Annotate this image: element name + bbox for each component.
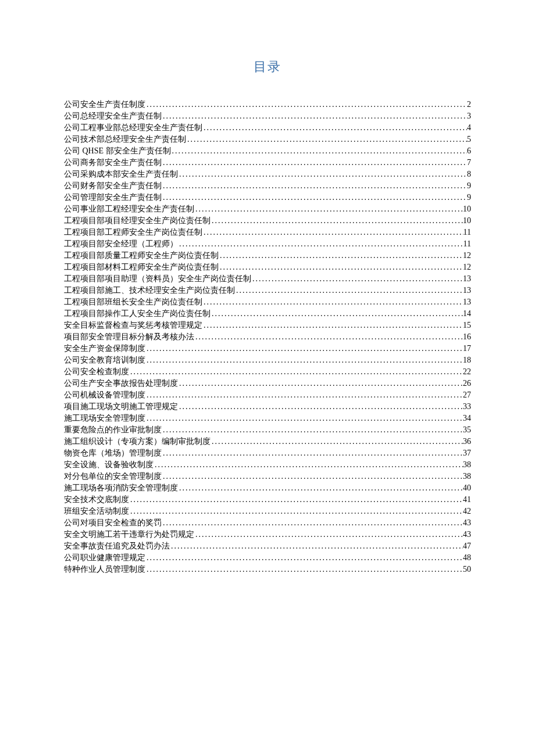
toc-entry-leader <box>202 320 463 331</box>
toc-entry-label: 重要危险点的作业审批制度 <box>64 424 162 436</box>
toc-entry-label: 安全目标监督检查与奖惩考核管理规定 <box>64 320 202 331</box>
toc-entry-page: 36 <box>463 436 471 447</box>
toc-entry-leader <box>162 180 467 192</box>
toc-entry: 安全设施、设备验收制度38 <box>64 459 471 471</box>
toc-entry-leader <box>251 273 463 285</box>
toc-entry-page: 13 <box>463 296 471 308</box>
toc-entry-label: 安全技术交底制度 <box>64 494 129 506</box>
toc-list: 公司安全生产责任制度2公司总经理安全生产责任制3公司工程事业部总经理安全生产责任… <box>64 99 471 575</box>
toc-entry-page: 43 <box>463 517 471 529</box>
toc-entry: 安全事故责任追究及处罚办法47 <box>64 540 471 552</box>
toc-entry: 公司事业部工程经理安全生产责任制10 <box>64 203 471 215</box>
toc-entry: 工程项目部项目助理（资料员）安全生产岗位责任制13 <box>64 273 471 285</box>
toc-entry-page: 37 <box>463 447 471 459</box>
toc-entry-page: 9 <box>467 180 471 192</box>
toc-entry-page: 34 <box>463 413 471 424</box>
toc-entry-page: 3 <box>467 110 471 122</box>
toc-entry-label: 公司安全教育培训制度 <box>64 354 145 366</box>
toc-entry: 公司机械设备管理制度27 <box>64 389 471 401</box>
page-title: 目录 <box>64 58 471 76</box>
toc-entry-label: 物资仓库（堆场）管理制度 <box>64 447 162 459</box>
toc-entry: 公司生产安全事故报告处理制度26 <box>64 378 471 389</box>
toc-entry-page: 42 <box>463 506 471 517</box>
toc-entry-page: 13 <box>463 273 471 285</box>
toc-entry-page: 50 <box>463 564 471 575</box>
toc-entry-label: 项目部安全管理目标分解及考核办法 <box>64 331 194 343</box>
toc-entry-page: 9 <box>467 192 471 203</box>
toc-entry-label: 安全设施、设备验收制度 <box>64 459 154 471</box>
toc-entry-label: 公司职业健康管理规定 <box>64 552 145 564</box>
toc-entry-label: 班组安全活动制度 <box>64 506 129 517</box>
toc-entry: 物资仓库（堆场）管理制度37 <box>64 447 471 459</box>
toc-entry: 工程项目部项目经理安全生产岗位责任制10 <box>64 215 471 227</box>
toc-entry-leader <box>178 238 463 250</box>
toc-entry-label: 公司工程事业部总经理安全生产责任制 <box>64 122 202 134</box>
toc-entry: 公司安全生产责任制度2 <box>64 99 471 110</box>
toc-entry: 安全文明施工若干违章行为处罚规定43 <box>64 529 471 540</box>
toc-entry-leader <box>162 110 467 122</box>
toc-entry-page: 38 <box>463 459 471 471</box>
toc-entry-label: 公司事业部工程经理安全生产责任制 <box>64 203 194 215</box>
toc-entry-page: 38 <box>463 471 471 482</box>
toc-entry-label: 公司安全检查制度 <box>64 366 129 378</box>
toc-entry: 公司职业健康管理规定48 <box>64 552 471 564</box>
toc-entry: 公司安全教育培训制度18 <box>64 354 471 366</box>
toc-entry: 施工组织设计（专项方案）编制审批制度36 <box>64 436 471 447</box>
toc-entry-leader <box>202 227 463 238</box>
toc-entry-label: 项目施工现场文明施工管理规定 <box>64 401 178 413</box>
toc-entry-label: 对分包单位的安全管理制度 <box>64 471 162 482</box>
toc-entry-leader <box>211 215 463 227</box>
toc-entry-leader <box>154 459 463 471</box>
toc-entry: 项目施工现场文明施工管理规定33 <box>64 401 471 413</box>
toc-entry-label: 施工组织设计（专项方案）编制审批制度 <box>64 436 211 447</box>
toc-entry-label: 公司 QHSE 部安全生产责任制 <box>64 145 171 157</box>
toc-entry: 公司安全检查制度22 <box>64 366 471 378</box>
toc-entry: 对分包单位的安全管理制度38 <box>64 471 471 482</box>
toc-entry-page: 2 <box>467 99 471 110</box>
toc-entry-label: 工程项目部项目助理（资料员）安全生产岗位责任制 <box>64 273 251 285</box>
toc-entry-leader <box>194 529 463 540</box>
toc-entry: 公司技术部总经理安全生产责任制5 <box>64 134 471 145</box>
toc-entry-leader <box>162 517 463 529</box>
toc-entry-page: 14 <box>463 308 471 320</box>
toc-entry-leader <box>178 482 463 494</box>
toc-entry-page: 15 <box>463 320 471 331</box>
toc-entry-label: 公司技术部总经理安全生产责任制 <box>64 134 186 145</box>
toc-entry-leader <box>211 436 463 447</box>
toc-entry-leader <box>170 540 463 552</box>
toc-entry-page: 22 <box>463 366 471 378</box>
toc-entry-page: 18 <box>463 354 471 366</box>
toc-entry-leader <box>129 366 463 378</box>
toc-entry-leader <box>202 296 463 308</box>
toc-entry-leader <box>202 122 467 134</box>
toc-entry-label: 工程项目部材料工程师安全生产岗位责任制 <box>64 261 219 273</box>
toc-entry: 工程项目部操作工人安全生产岗位责任制14 <box>64 308 471 320</box>
toc-entry-label: 公司安全生产责任制度 <box>64 99 145 110</box>
toc-entry-page: 48 <box>463 552 471 564</box>
toc-entry-leader <box>162 192 467 203</box>
toc-entry-leader <box>186 134 467 145</box>
toc-entry-label: 公司采购成本部安全生产责任制 <box>64 169 178 180</box>
toc-entry: 班组安全活动制度42 <box>64 506 471 517</box>
toc-entry-leader <box>145 564 463 575</box>
toc-entry-leader <box>145 99 467 110</box>
toc-entry: 公司管理部安全生产责任制9 <box>64 192 471 203</box>
toc-entry-page: 5 <box>467 134 471 145</box>
toc-entry: 工程项目部安全经理（工程师）11 <box>64 238 471 250</box>
toc-entry-page: 47 <box>463 540 471 552</box>
toc-entry-page: 10 <box>463 215 471 227</box>
toc-entry-leader <box>194 203 463 215</box>
toc-entry-page: 16 <box>463 331 471 343</box>
toc-entry-page: 35 <box>463 424 471 436</box>
toc-entry-label: 安全生产资金保障制度 <box>64 343 145 354</box>
toc-entry-leader <box>178 378 463 389</box>
toc-entry-page: 13 <box>463 285 471 296</box>
toc-entry-label: 特种作业人员管理制度 <box>64 564 145 575</box>
toc-entry-page: 4 <box>467 122 471 134</box>
toc-entry-leader <box>129 494 463 506</box>
toc-entry-label: 安全事故责任追究及处罚办法 <box>64 540 170 552</box>
toc-entry-leader <box>235 285 463 296</box>
toc-entry-page: 41 <box>463 494 471 506</box>
toc-entry: 施工现场安全管理制度34 <box>64 413 471 424</box>
toc-entry-label: 公司财务部安全生产责任制 <box>64 180 162 192</box>
